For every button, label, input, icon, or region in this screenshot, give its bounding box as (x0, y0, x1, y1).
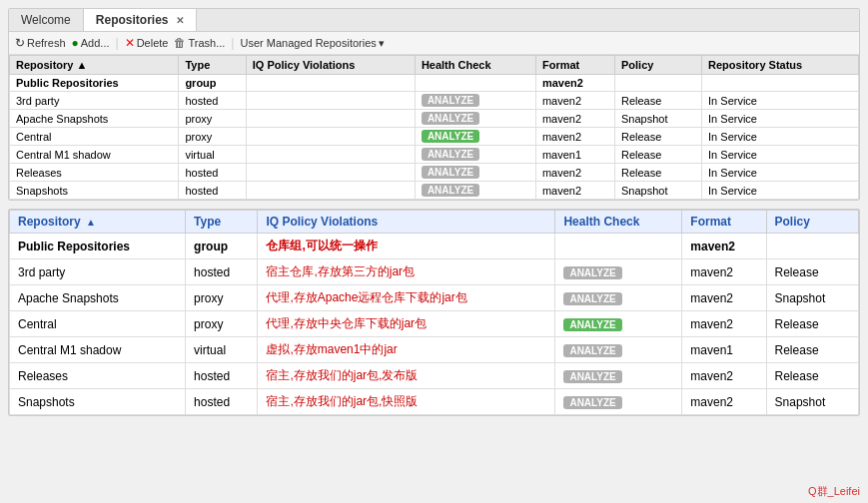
repo-status: In Service (702, 164, 859, 182)
repo-health-check: ANALYZE (415, 92, 535, 110)
iq-policy-text: 代理,存放Apache远程仓库下载的jar包 (266, 290, 466, 304)
tab-repositories[interactable]: Repositories ✕ (84, 9, 197, 31)
col-status[interactable]: Repository Status (702, 56, 859, 75)
analyze-button[interactable]: ANALYZE (563, 266, 621, 279)
bottom-panel: Repository ▲ Type IQ Policy Violations H… (8, 209, 860, 416)
repo-name: Snapshots (10, 182, 179, 200)
analyze-button[interactable]: ANALYZE (563, 370, 621, 383)
repo-name: Central M1 shadow (10, 146, 179, 164)
tab-welcome[interactable]: Welcome (9, 9, 84, 31)
add-button[interactable]: ● Add... (72, 36, 110, 50)
watermark: Q群_Leifei (808, 484, 860, 499)
refresh-button[interactable]: ↻ Refresh (15, 36, 66, 50)
repo-health-check: ANALYZE (415, 110, 535, 128)
repo-format: maven2 (535, 110, 614, 128)
repo-format: maven2 (535, 92, 614, 110)
analyze-button[interactable]: ANALYZE (422, 184, 479, 197)
top-table-row: Central M1 shadowvirtualANALYZEmaven1Rel… (10, 146, 859, 164)
repo-name: Releases (10, 363, 186, 389)
repo-iq (246, 75, 415, 92)
repo-iq-policy: 宿主,存放我们的jar包,快照版 (258, 389, 555, 415)
col-format[interactable]: Format (535, 56, 614, 75)
repo-status: In Service (702, 182, 859, 200)
repo-policy: Release (766, 311, 858, 337)
analyze-button[interactable]: ANALYZE (422, 166, 479, 179)
iq-policy-text: 代理,存放中央仓库下载的jar包 (266, 316, 427, 330)
col-health-check[interactable]: Health Check (415, 56, 535, 75)
top-table-header-row: Repository ▲ Type IQ Policy Violations H… (10, 56, 859, 75)
analyze-button[interactable]: ANALYZE (563, 396, 621, 409)
bcol-type[interactable]: Type (186, 211, 258, 234)
repo-type: proxy (186, 311, 258, 337)
refresh-icon: ↻ (15, 36, 25, 50)
repo-iq-policy: 宿主仓库,存放第三方的jar包 (258, 259, 555, 285)
repo-health-check (555, 234, 682, 259)
repo-name: Apache Snapshots (10, 285, 186, 311)
repo-format: maven2 (682, 389, 766, 415)
repo-status: In Service (702, 128, 859, 146)
analyze-button[interactable]: ANALYZE (422, 148, 479, 161)
repo-policy: Release (614, 128, 701, 146)
repo-health-check: ANALYZE (555, 389, 682, 415)
analyze-button[interactable]: ANALYZE (563, 344, 621, 357)
top-table-row: CentralproxyANALYZEmaven2ReleaseIn Servi… (10, 128, 859, 146)
repo-name: 3rd party (10, 92, 179, 110)
delete-button[interactable]: ✕ Delete (125, 36, 169, 50)
repo-policy (766, 234, 858, 259)
iq-policy-text: 宿主仓库,存放第三方的jar包 (266, 264, 415, 278)
repo-health-check (415, 75, 535, 92)
col-repository[interactable]: Repository ▲ (10, 56, 179, 75)
tab-close-icon[interactable]: ✕ (176, 15, 184, 26)
repo-health-check: ANALYZE (555, 259, 682, 285)
repo-format: maven2 (535, 164, 614, 182)
analyze-button[interactable]: ANALYZE (563, 318, 621, 331)
user-managed-button[interactable]: User Managed Repositories ▾ (240, 37, 384, 50)
iq-policy-text: 仓库组,可以统一操作 (266, 239, 377, 252)
repo-iq (246, 164, 415, 182)
bcol-policy[interactable]: Policy (766, 211, 858, 234)
analyze-button[interactable]: ANALYZE (422, 94, 479, 107)
col-policy[interactable]: Policy (614, 56, 701, 75)
repo-type: hosted (179, 164, 246, 182)
repo-format: maven2 (682, 259, 766, 285)
repo-iq-policy: 虚拟,存放maven1中的jar (258, 337, 555, 363)
repo-status: In Service (702, 110, 859, 128)
repo-policy: Release (614, 146, 701, 164)
top-table-row: Public Repositoriesgroupmaven2 (10, 75, 859, 92)
bcol-iq-policy[interactable]: IQ Policy Violations (258, 211, 555, 234)
add-icon: ● (72, 36, 79, 50)
bcol-format[interactable]: Format (682, 211, 766, 234)
delete-icon: ✕ (125, 36, 135, 50)
repo-status: In Service (702, 146, 859, 164)
repo-health-check: ANALYZE (415, 182, 535, 200)
bottom-table-row: 3rd partyhosted宿主仓库,存放第三方的jar包ANALYZEmav… (10, 259, 859, 285)
bcol-repository[interactable]: Repository ▲ (10, 211, 186, 234)
repo-name: Releases (10, 164, 179, 182)
repo-iq (246, 146, 415, 164)
repo-name: Snapshots (10, 389, 186, 415)
trash-icon: 🗑 (174, 36, 186, 50)
repo-type: proxy (179, 110, 246, 128)
repo-policy (614, 75, 701, 92)
analyze-button[interactable]: ANALYZE (422, 130, 479, 143)
repo-status (702, 75, 859, 92)
bottom-table-row: Snapshotshosted宿主,存放我们的jar包,快照版ANALYZEma… (10, 389, 859, 415)
repo-health-check: ANALYZE (415, 164, 535, 182)
col-type[interactable]: Type (179, 56, 246, 75)
chevron-down-icon: ▾ (379, 37, 385, 50)
top-table-row: SnapshotshostedANALYZEmaven2SnapshotIn S… (10, 182, 859, 200)
repo-policy: Release (766, 363, 858, 389)
analyze-button[interactable]: ANALYZE (422, 112, 479, 125)
trash-button[interactable]: 🗑 Trash... (174, 36, 225, 50)
repo-type: hosted (186, 389, 258, 415)
repo-policy: Release (614, 164, 701, 182)
repo-format: maven2 (682, 311, 766, 337)
analyze-button[interactable]: ANALYZE (563, 292, 621, 305)
repo-name: Central (10, 128, 179, 146)
bcol-health-check[interactable]: Health Check (555, 211, 682, 234)
top-table-row: Apache SnapshotsproxyANALYZEmaven2Snapsh… (10, 110, 859, 128)
repo-name: Apache Snapshots (10, 110, 179, 128)
top-table-row: 3rd partyhostedANALYZEmaven2ReleaseIn Se… (10, 92, 859, 110)
col-iq-policy[interactable]: IQ Policy Violations (246, 56, 415, 75)
bottom-table-row: Releaseshosted宿主,存放我们的jar包,发布版ANALYZEmav… (10, 363, 859, 389)
